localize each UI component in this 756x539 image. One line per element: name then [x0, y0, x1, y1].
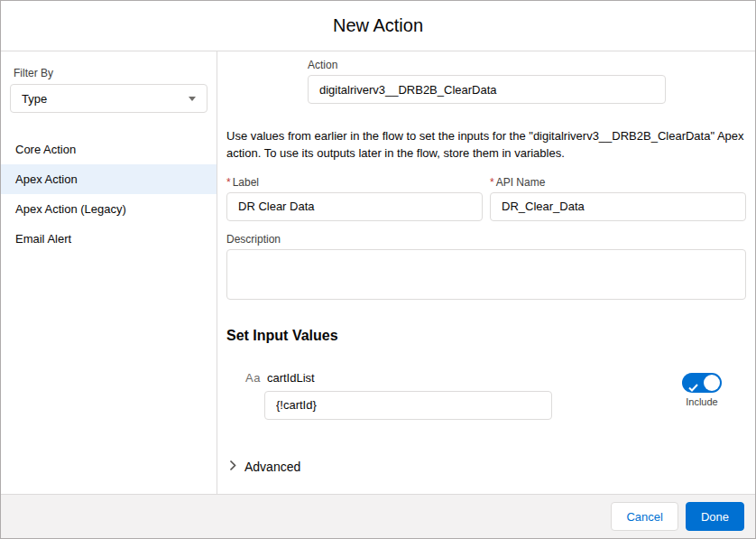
set-input-values-heading: Set Input Values: [226, 328, 746, 344]
modal-body: Filter By Type Core Action Apex Action A…: [1, 51, 755, 494]
sidebar-item-apex-action-legacy[interactable]: Apex Action (Legacy): [1, 194, 217, 224]
required-marker: *: [226, 176, 231, 189]
label-apiname-row: *Label *API Name: [226, 176, 746, 221]
advanced-expander[interactable]: Advanced: [229, 460, 746, 474]
api-name-field-label: *API Name: [490, 176, 746, 189]
advanced-label: Advanced: [244, 460, 300, 474]
label-field-group: *Label: [226, 176, 483, 221]
chevron-down-icon: [189, 97, 196, 101]
cancel-button[interactable]: Cancel: [611, 502, 678, 531]
sidebar-item-apex-action[interactable]: Apex Action: [1, 164, 217, 194]
description-field-label: Description: [226, 233, 746, 246]
sidebar-item-label: Apex Action (Legacy): [15, 202, 126, 216]
modal-content: Action Use values from earlier in the fl…: [217, 51, 755, 494]
chevron-right-icon: [229, 460, 236, 474]
modal-header: New Action: [1, 1, 755, 51]
include-toggle[interactable]: [682, 373, 722, 393]
filter-by-label: Filter By: [14, 67, 204, 79]
action-field-group: Action: [308, 59, 666, 104]
label-field-label: *Label: [226, 176, 483, 189]
check-icon: [688, 379, 698, 395]
sidebar-item-email-alert[interactable]: Email Alert: [1, 224, 217, 254]
modal-footer: Cancel Done: [1, 494, 755, 538]
action-type-list: Core Action Apex Action Apex Action (Leg…: [1, 135, 217, 254]
toggle-knob: [704, 375, 720, 391]
action-field-label: Action: [308, 59, 666, 71]
api-name-field-group: *API Name: [490, 176, 746, 221]
include-toggle-group: Include: [682, 373, 722, 407]
required-marker: *: [490, 176, 494, 189]
label-field-label-text: Label: [233, 176, 259, 189]
api-name-input[interactable]: [490, 192, 746, 221]
label-input[interactable]: [226, 192, 483, 221]
sidebar: Filter By Type Core Action Apex Action A…: [1, 51, 217, 494]
intro-text: Use values from earlier in the flow to s…: [226, 128, 748, 163]
include-toggle-label: Include: [686, 396, 717, 407]
description-field-group: Description: [226, 233, 746, 303]
type-filter-dropdown[interactable]: Type: [10, 84, 207, 113]
cart-id-param-row: Aa cartIdList Include: [226, 371, 746, 420]
cart-id-param-group: Aa cartIdList: [226, 371, 552, 420]
cart-id-input[interactable]: [264, 391, 552, 420]
done-button[interactable]: Done: [686, 502, 744, 531]
sidebar-item-label: Core Action: [15, 143, 76, 156]
cart-id-param-label: cartIdList: [267, 371, 315, 385]
type-dropdown-value: Type: [22, 92, 47, 106]
modal-title: New Action: [333, 15, 423, 36]
api-name-field-label-text: API Name: [496, 176, 546, 189]
text-type-icon: Aa: [245, 371, 261, 385]
cart-id-param-head: Aa cartIdList: [245, 371, 552, 385]
new-action-modal: New Action Filter By Type Core Action Ap…: [0, 0, 756, 539]
action-input[interactable]: [308, 75, 666, 104]
cart-id-input-wrap: [264, 391, 552, 420]
description-textarea[interactable]: [226, 249, 746, 300]
sidebar-item-label: Apex Action: [15, 172, 78, 186]
sidebar-item-label: Email Alert: [15, 232, 71, 246]
sidebar-item-core-action[interactable]: Core Action: [1, 135, 217, 164]
